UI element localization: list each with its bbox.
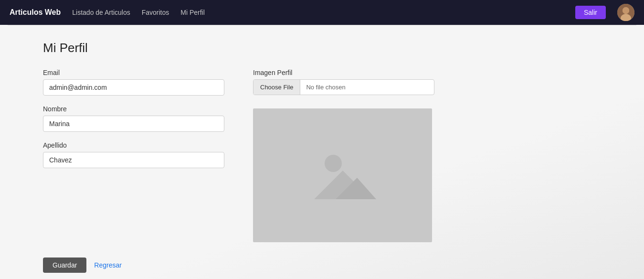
avatar[interactable] <box>617 4 634 21</box>
imagen-group: Imagen Perfil Choose File No file chosen <box>253 69 434 95</box>
svg-point-4 <box>325 155 342 172</box>
avatar-image <box>617 4 634 21</box>
email-group: Email <box>43 69 224 96</box>
navbar-brand: Articulos Web <box>10 8 61 17</box>
apellido-input[interactable] <box>43 152 224 168</box>
placeholder-icon <box>309 147 376 204</box>
nav-listado[interactable]: Listado de Articulos <box>72 9 130 16</box>
form-actions: Guardar Regresar <box>43 258 601 273</box>
svg-point-3 <box>623 7 629 14</box>
nombre-group: Nombre <box>43 105 224 132</box>
choose-file-button[interactable]: Choose File <box>253 80 300 95</box>
form-left: Email Nombre Apellido <box>43 69 224 178</box>
nav-mi-perfil[interactable]: Mi Perfil <box>180 9 205 16</box>
nombre-label: Nombre <box>43 105 224 113</box>
imagen-label: Imagen Perfil <box>253 69 434 76</box>
nav-favoritos[interactable]: Favoritos <box>142 9 169 16</box>
apellido-label: Apellido <box>43 141 224 149</box>
salir-button[interactable]: Salir <box>575 6 606 19</box>
nombre-input[interactable] <box>43 116 224 132</box>
email-label: Email <box>43 69 224 76</box>
apellido-group: Apellido <box>43 141 224 168</box>
guardar-button[interactable]: Guardar <box>43 258 86 273</box>
email-input[interactable] <box>43 79 224 96</box>
form-layout: Email Nombre Apellido Imagen Perfil Choo… <box>43 69 601 242</box>
form-right: Imagen Perfil Choose File No file chosen <box>253 69 434 242</box>
main-content: Mi Perfil Email Nombre Apellido Imagen P… <box>0 25 644 279</box>
file-input-wrapper: Choose File No file chosen <box>253 79 434 95</box>
file-chosen-text: No file chosen <box>300 80 434 95</box>
image-placeholder <box>253 108 432 242</box>
regresar-link[interactable]: Regresar <box>94 261 122 269</box>
page-title: Mi Perfil <box>43 41 601 55</box>
navbar: Articulos Web Listado de Articulos Favor… <box>0 0 644 25</box>
